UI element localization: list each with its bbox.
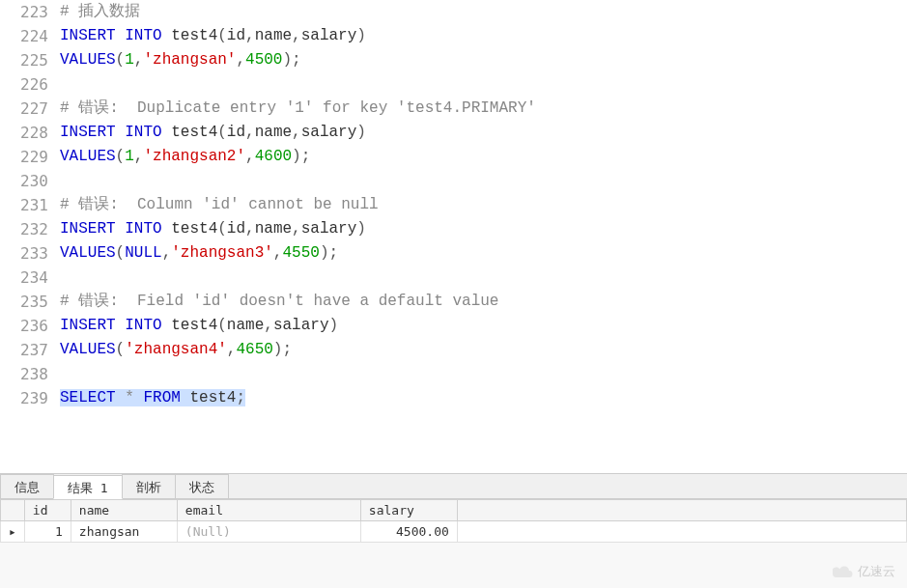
code-line[interactable]: 223# 插入数据	[0, 0, 907, 24]
result-tabs: 信息结果 1剖析状态	[0, 474, 907, 499]
code-content[interactable]: VALUES(NULL,'zhangsan3',4550);	[60, 241, 907, 266]
line-number: 232	[0, 217, 60, 241]
code-content[interactable]: # 错误: Duplicate entry '1' for key 'test4…	[60, 97, 907, 121]
code-line[interactable]: 235# 错误: Field 'id' doesn't have a defau…	[0, 290, 907, 314]
column-header-id[interactable]: id	[24, 500, 71, 521]
code-content[interactable]	[60, 169, 907, 193]
code-content[interactable]: VALUES('zhangsan4',4650);	[60, 338, 907, 362]
code-content[interactable]	[60, 72, 907, 97]
line-number: 239	[0, 386, 60, 410]
code-line[interactable]: 239SELECT * FROM test4;	[0, 386, 907, 410]
code-line[interactable]: 236INSERT INTO test4(name,salary)	[0, 314, 907, 338]
column-header-salary[interactable]: salary	[360, 500, 457, 521]
line-number: 235	[0, 290, 60, 314]
code-content[interactable]	[60, 266, 907, 290]
line-number: 229	[0, 145, 60, 169]
cell-spacer	[457, 521, 906, 543]
line-number: 228	[0, 121, 60, 145]
table-row[interactable]: ▸ 1 zhangsan (Null) 4500.00	[1, 521, 907, 543]
line-number: 233	[0, 241, 60, 266]
code-line[interactable]: 227# 错误: Duplicate entry '1' for key 'te…	[0, 97, 907, 121]
table-header-row: id name email salary	[1, 500, 907, 521]
code-line[interactable]: 226	[0, 72, 907, 97]
code-line[interactable]: 237VALUES('zhangsan4',4650);	[0, 338, 907, 362]
line-number: 234	[0, 266, 60, 290]
tab-profile[interactable]: 剖析	[122, 474, 176, 498]
code-content[interactable]: # 错误: Field 'id' doesn't have a default …	[60, 290, 907, 314]
watermark: 亿速云	[833, 563, 895, 580]
line-number: 236	[0, 314, 60, 338]
code-content[interactable]: INSERT INTO test4(name,salary)	[60, 314, 907, 338]
code-line[interactable]: 234	[0, 266, 907, 290]
line-number: 231	[0, 193, 60, 217]
row-pointer-header	[1, 500, 25, 521]
row-pointer-icon: ▸	[1, 521, 25, 543]
tab-info[interactable]: 信息	[0, 474, 54, 498]
code-content[interactable]	[60, 362, 907, 386]
cloud-icon	[833, 565, 854, 578]
code-content[interactable]: INSERT INTO test4(id,name,salary)	[60, 121, 907, 145]
line-number: 223	[0, 0, 60, 24]
code-line[interactable]: 228INSERT INTO test4(id,name,salary)	[0, 121, 907, 145]
cell-salary[interactable]: 4500.00	[360, 521, 457, 543]
line-number: 230	[0, 169, 60, 193]
code-content[interactable]: # 错误: Column 'id' cannot be null	[60, 193, 907, 217]
code-content[interactable]: VALUES(1,'zhangsan',4500);	[60, 48, 907, 72]
line-number: 224	[0, 24, 60, 48]
line-number: 226	[0, 72, 60, 97]
code-line[interactable]: 231# 错误: Column 'id' cannot be null	[0, 193, 907, 217]
column-header-name[interactable]: name	[71, 500, 177, 521]
line-number: 227	[0, 97, 60, 121]
column-header-email[interactable]: email	[177, 500, 360, 521]
tab-result-1[interactable]: 结果 1	[53, 475, 123, 499]
code-line[interactable]: 238	[0, 362, 907, 386]
code-line[interactable]: 225VALUES(1,'zhangsan',4500);	[0, 48, 907, 72]
result-table: id name email salary ▸ 1 zhangsan (Null)…	[0, 499, 907, 543]
watermark-text: 亿速云	[858, 563, 895, 580]
sql-editor[interactable]: 223# 插入数据224INSERT INTO test4(id,name,sa…	[0, 0, 907, 473]
code-content[interactable]: VALUES(1,'zhangsan2',4600);	[60, 145, 907, 169]
result-panel: 信息结果 1剖析状态 id name email salary ▸ 1 zhan…	[0, 473, 907, 588]
code-line[interactable]: 229VALUES(1,'zhangsan2',4600);	[0, 145, 907, 169]
line-number: 225	[0, 48, 60, 72]
code-line[interactable]: 233VALUES(NULL,'zhangsan3',4550);	[0, 241, 907, 266]
code-content[interactable]: SELECT * FROM test4;	[60, 386, 907, 410]
cell-name[interactable]: zhangsan	[71, 521, 177, 543]
code-content[interactable]: INSERT INTO test4(id,name,salary)	[60, 24, 907, 48]
line-number: 237	[0, 338, 60, 362]
code-content[interactable]: # 插入数据	[60, 0, 907, 24]
code-content[interactable]: INSERT INTO test4(id,name,salary)	[60, 217, 907, 241]
column-header-spacer	[457, 500, 906, 521]
tab-status[interactable]: 状态	[175, 474, 229, 498]
cell-email[interactable]: (Null)	[177, 521, 360, 543]
cell-id[interactable]: 1	[24, 521, 71, 543]
code-line[interactable]: 230	[0, 169, 907, 193]
line-number: 238	[0, 362, 60, 386]
code-line[interactable]: 224INSERT INTO test4(id,name,salary)	[0, 24, 907, 48]
code-line[interactable]: 232INSERT INTO test4(id,name,salary)	[0, 217, 907, 241]
